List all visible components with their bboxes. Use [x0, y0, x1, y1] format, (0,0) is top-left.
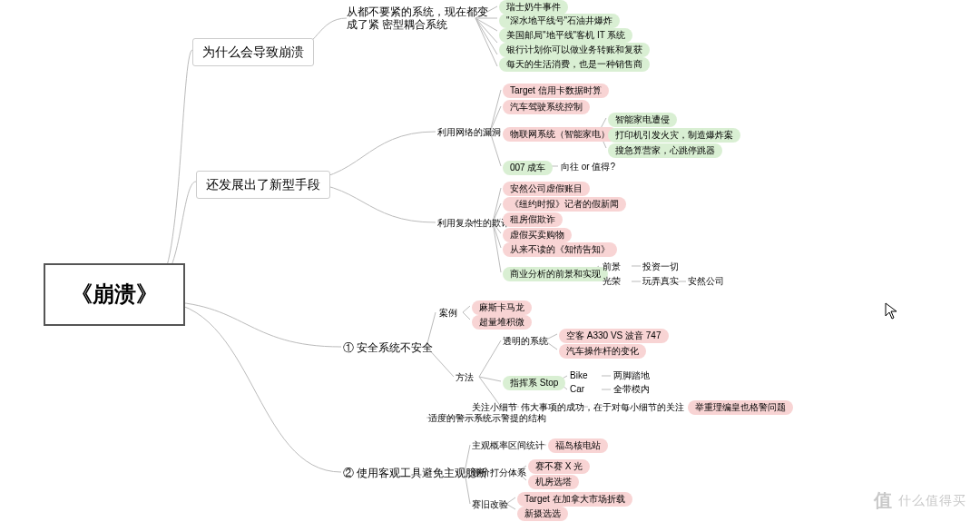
leaf[interactable]: 示警提的结构: [492, 413, 546, 424]
branch-new-methods[interactable]: 还发展出了新型手段: [196, 171, 330, 199]
branch-security-unsafe[interactable]: ① 安全系统不安全: [343, 341, 433, 354]
leaf[interactable]: 每天的生活消费，也是一种销售商: [499, 57, 650, 72]
leaf[interactable]: 从来不读的《知情告知》: [503, 242, 617, 257]
watermark-icon: 值: [874, 488, 893, 513]
branch-case[interactable]: 案例: [439, 308, 457, 319]
leaf[interactable]: 全带模内: [613, 384, 650, 395]
mouse-cursor: [885, 302, 899, 324]
leaf[interactable]: 福岛核电站: [548, 438, 608, 453]
branch-iot[interactable]: 物联网系统（智能家电）: [503, 127, 617, 142]
leaf[interactable]: 赛不赛 X 光: [528, 459, 590, 474]
leaf[interactable]: Target 信用卡数据时算: [503, 84, 609, 98]
leaf[interactable]: 玩弄真实: [642, 276, 679, 287]
branch-method[interactable]: 方法: [456, 372, 474, 383]
branch-transparent[interactable]: 透明的系统: [503, 336, 548, 347]
branch-detail[interactable]: 关注小细节: [472, 402, 517, 413]
mindmap-canvas[interactable]: 《崩溃》 为什么会导致崩溃 从都不要紧的系统，现在都变成了紧 密型耦合系统 瑞士…: [0, 0, 980, 522]
leaf[interactable]: 租房假欺诈: [503, 212, 563, 227]
branch-biz-analysis[interactable]: 商业分析的前景和实现: [503, 267, 608, 281]
branch-why-tight-systems[interactable]: 从都不要紧的系统，现在都变成了紧 密型耦合系统: [347, 5, 492, 32]
leaf[interactable]: Bike: [570, 370, 587, 381]
branch-objective-tools[interactable]: ② 使用客观工具避免主观臆断: [343, 467, 487, 479]
leaf[interactable]: 安然公司: [688, 276, 724, 287]
branch-rating[interactable]: 评价打分体系: [472, 468, 526, 478]
leaf[interactable]: Target 在加拿大市场折载: [517, 492, 632, 507]
leaf[interactable]: 《纽约时报》记者的假新闻: [503, 197, 626, 212]
leaf[interactable]: 汽车操作杆的变化: [559, 344, 646, 359]
leaf[interactable]: "深水地平线号"石油井爆炸: [499, 14, 620, 28]
leaf[interactable]: 伟大事项的成功，在于对每小细节的关注: [521, 402, 684, 413]
leaf[interactable]: 举重理编皇也格警问题: [688, 400, 793, 415]
leaf[interactable]: 打印机引发火灾，制造爆炸案: [608, 128, 740, 143]
leaf[interactable]: 汽车驾驶系统控制: [503, 100, 590, 114]
leaf[interactable]: 搜急算营家，心跳停跳器: [608, 143, 722, 158]
leaf[interactable]: 空客 A330 VS 波音 747: [559, 329, 669, 343]
branch-why-collapse[interactable]: 为什么会导致崩溃: [192, 38, 314, 66]
branch-warn[interactable]: 适度的警示系统: [428, 413, 492, 424]
branch-freq[interactable]: 主观概率区间统计: [472, 440, 544, 451]
branch-fraud[interactable]: 利用复杂性的欺诈: [437, 218, 510, 229]
branch-net-vuln[interactable]: 利用网络的漏洞: [437, 127, 501, 138]
branch-stop[interactable]: 指挥系 Stop: [503, 376, 565, 390]
leaf[interactable]: 新摄选选: [517, 507, 568, 521]
leaf[interactable]: 前景: [603, 261, 621, 272]
leaf[interactable]: 机房选塔: [528, 475, 579, 489]
leaf[interactable]: 光荣: [603, 276, 621, 287]
leaf[interactable]: 美国邮局"地平线"客机 IT 系统: [499, 28, 632, 43]
leaf[interactable]: 两脚踏地: [613, 370, 650, 381]
leaf[interactable]: 银行计划你可以做业务转账和复获: [499, 43, 650, 57]
watermark: 值 什么值得买: [874, 488, 966, 513]
watermark-text: 什么值得买: [898, 493, 966, 509]
leaf[interactable]: 超量堆积微: [472, 315, 532, 330]
branch-retro[interactable]: 赛旧改验: [472, 499, 508, 510]
leaf[interactable]: 瑞士奶牛事件: [499, 0, 568, 15]
leaf[interactable]: Car: [570, 384, 584, 395]
leaf[interactable]: 麻斯卡马龙: [472, 300, 532, 315]
leaf[interactable]: 投资一切: [642, 261, 679, 272]
leaf-007[interactable]: 007 成车: [503, 161, 553, 175]
leaf[interactable]: 安然公司虚假账目: [503, 182, 590, 196]
leaf[interactable]: 向往 or 值得?: [561, 162, 615, 172]
leaf[interactable]: 智能家电遭侵: [608, 113, 677, 127]
leaf[interactable]: 虚假买卖购物: [503, 228, 572, 242]
root-node[interactable]: 《崩溃》: [44, 263, 185, 326]
